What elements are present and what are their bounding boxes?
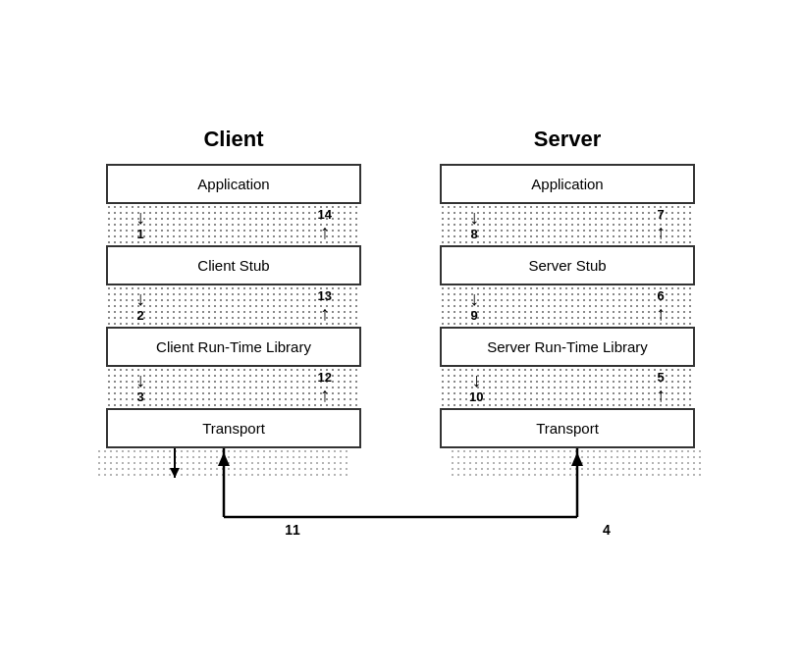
client-runtime-box: Client Run-Time Library [106,327,361,367]
client-arrow-up-14: 14 ↑ [318,207,332,241]
client-arrow-down-3: ↓ 3 [135,370,145,404]
server-arrow-up-6: 6 ↑ [656,288,666,323]
server-arrow-up-7: 7 ↑ [656,207,666,241]
bottom-num-4: 4 [603,522,611,538]
server-arrow-down-10: ↓ 10 [469,370,483,404]
server-arrow-down-8: ↓ 8 [469,207,479,241]
client-arrow-1-14: ↓ 1 14 ↑ [106,204,361,245]
client-arrow-3-12: ↓ 3 12 ↑ [106,367,361,408]
client-arrow-up-12: 12 ↑ [318,370,332,404]
server-arrow-up-5: 5 ↑ [656,370,666,404]
diagram: Client Application ↓ 1 14 ↑ Client Stub [18,127,783,546]
client-title: Client [203,127,263,152]
server-stub-box: Server Stub [440,245,695,285]
server-transport-box: Transport [440,408,695,448]
bottom-connection: 11 4 [18,448,783,546]
bottom-num-11: 11 [285,522,300,538]
server-arrow-9-6: ↓ 9 6 ↑ [440,285,695,327]
server-column: Server Application ↓ 8 7 ↑ Server Stub [430,127,705,448]
client-application-box: Application [106,164,361,204]
client-arrow-up-13: 13 ↑ [318,288,332,323]
server-title: Server [534,127,602,152]
server-arrow-down-9: ↓ 9 [469,288,479,323]
client-stub-box: Client Stub [106,245,361,285]
client-arrow-down-1: ↓ 1 [135,207,145,241]
server-runtime-box: Server Run-Time Library [440,327,695,367]
client-arrow-2-13: ↓ 2 13 ↑ [106,285,361,327]
bottom-svg: 11 4 [96,448,705,546]
server-application-box: Application [440,164,695,204]
client-arrow-down-2: ↓ 2 [135,288,145,323]
server-arrow-10-5: ↓ 10 5 ↑ [440,367,695,408]
client-column: Client Application ↓ 1 14 ↑ Client Stub [96,127,371,448]
client-transport-box: Transport [106,408,361,448]
server-arrow-8-7: ↓ 8 7 ↑ [440,204,695,245]
